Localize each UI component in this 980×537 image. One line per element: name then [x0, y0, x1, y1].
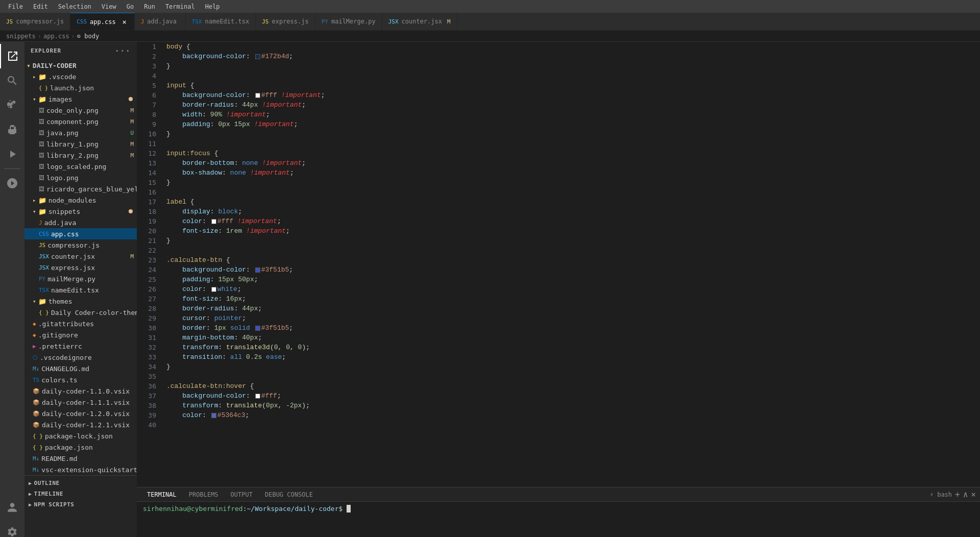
tree-themes-folder[interactable]: ▾ 📁 themes — [24, 296, 137, 307]
menu-view[interactable]: View — [97, 2, 120, 11]
activity-explorer-icon[interactable] — [0, 44, 24, 68]
tree-compressor-js[interactable]: JS compressor.js — [24, 239, 137, 251]
tree-vscodeignore[interactable]: ⬡ .vscodeignore — [24, 352, 137, 363]
menu-selection[interactable]: Selection — [54, 2, 95, 11]
tree-images-folder[interactable]: ▾ 📁 images — [24, 93, 137, 105]
menu-help[interactable]: Help — [201, 2, 224, 11]
jsx-file-icon: JSX — [39, 253, 49, 260]
activity-git-icon[interactable] — [0, 93, 24, 117]
tab-compressor[interactable]: JS compressor.js — [0, 13, 70, 30]
tree-mailmerge-py[interactable]: PY mailMerge.py — [24, 273, 137, 284]
vsix-file-icon: 📦 — [33, 388, 40, 395]
tree-add-java[interactable]: J add.java — [24, 217, 137, 228]
tree-package-lock-json[interactable]: { } package-lock.json — [24, 430, 137, 442]
sidebar: EXPLORER ··· ▾ DAILY-CODER ▸ 📁 .vscode {… — [24, 42, 137, 537]
activity-extensions-icon[interactable] — [0, 117, 24, 142]
tree-component-label: component.png — [46, 118, 99, 126]
tree-vsc-quickstart-md[interactable]: M↓ vsc-extension-quickstart.md — [24, 464, 137, 475]
tree-logo-label: logo.png — [46, 174, 79, 182]
menu-file[interactable]: File — [4, 2, 27, 11]
terminal-tab-problems[interactable]: PROBLEMS — [183, 487, 225, 502]
activity-run-icon[interactable] — [0, 142, 24, 166]
tree-package-json[interactable]: { } package.json — [24, 442, 137, 453]
terminal-minimize-button[interactable]: ∧ — [963, 490, 968, 499]
outline-section-header[interactable]: ▶ OUTLINE — [24, 478, 137, 489]
tree-daily-coder-121[interactable]: 📦 daily-coder-1.2.1.vsix — [24, 419, 137, 430]
tree-express-label: express.jsx — [51, 264, 95, 272]
code-content[interactable]: body { background-color: #172b4d; } inpu… — [162, 42, 980, 487]
breadcrumb-snippets[interactable]: snippets — [6, 33, 36, 40]
tree-daily-coder-120[interactable]: 📦 daily-coder-1.2.0.vsix — [24, 408, 137, 419]
terminal-close-button[interactable]: × — [971, 490, 976, 499]
timeline-section-header[interactable]: ▶ TIMELINE — [24, 489, 137, 499]
tree-launch-json[interactable]: { } launch.json — [24, 82, 137, 93]
tree-counter-jsx[interactable]: JSX counter.jsx M — [24, 251, 137, 262]
activity-remote-icon[interactable] — [0, 171, 24, 196]
tab-counter[interactable]: JSX counter.jsx M — [382, 13, 457, 30]
tree-changelog-md[interactable]: M↓ CHANGELOG.md — [24, 363, 137, 374]
terminal-tab-debug[interactable]: DEBUG CONSOLE — [259, 487, 319, 502]
tree-snippets-folder[interactable]: ▾ 📁 snippets — [24, 206, 137, 217]
code-only-badge: M — [130, 107, 134, 114]
tab-label-nameedit: nameEdit.tsx — [205, 18, 250, 25]
tree-root-daily-coder[interactable]: ▾ DAILY-CODER — [24, 60, 137, 71]
npm-scripts-section-header[interactable]: ▶ NPM SCRIPTS — [24, 499, 137, 510]
tree-colors-ts[interactable]: TS colors.ts — [24, 374, 137, 385]
tree-ricardo-png[interactable]: 🖼 ricardo_garces_blue_yellow_w... — [24, 183, 137, 194]
terminal-add-button[interactable]: + — [955, 490, 960, 499]
menu-go[interactable]: Go — [122, 2, 138, 11]
tab-mailmerge[interactable]: PY mailMerge.py — [315, 13, 382, 30]
menu-terminal[interactable]: Terminal — [161, 2, 199, 11]
tree-daily-coder-110[interactable]: 📦 daily-coder-1.1.0.vsix — [24, 385, 137, 397]
tree-daily-coder-111[interactable]: 📦 daily-coder-1.1.1.vsix — [24, 397, 137, 408]
tab-nameedit[interactable]: TSX nameEdit.tsx — [186, 13, 256, 30]
tree-compressor-label: compressor.js — [47, 241, 100, 249]
tree-library2-png[interactable]: 🖼 library_2.png M — [24, 150, 137, 161]
tab-close-appcss[interactable]: × — [121, 18, 128, 26]
tree-gitattributes[interactable]: ◆ .gitattributes — [24, 318, 137, 329]
tree-gitignore-label: .gitignore — [38, 331, 78, 339]
tree-readme-md[interactable]: M↓ README.md — [24, 453, 137, 464]
tree-code-only-png[interactable]: 🖼 code_only.png M — [24, 105, 137, 116]
tree-library1-png[interactable]: 🖼 library_1.png M — [24, 138, 137, 150]
activity-search-icon[interactable] — [0, 68, 24, 93]
tab-appcss[interactable]: CSS app.css × — [70, 13, 134, 30]
tree-component-png[interactable]: 🖼 component.png M — [24, 116, 137, 127]
tree-nameedit-label: nameEdit.tsx — [51, 286, 99, 294]
tsx-file-icon: TSX — [39, 287, 49, 294]
terminal-content[interactable]: sirhennihau@cyberminifred:~/Workspace/da… — [137, 502, 980, 516]
tree-vsc-quickstart-label: vsc-extension-quickstart.md — [41, 466, 137, 474]
tree-node-modules-folder[interactable]: ▸ 📁 node_modules — [24, 194, 137, 206]
tree-prettierrc[interactable]: ▶ .prettierrc — [24, 340, 137, 352]
tree-gitignore[interactable]: ◆ .gitignore — [24, 329, 137, 340]
css-file-icon: CSS — [39, 231, 49, 237]
menu-edit[interactable]: Edit — [29, 2, 52, 11]
tab-addjava[interactable]: J add.java — [135, 13, 186, 30]
breadcrumb-appcss[interactable]: app.css — [43, 33, 69, 40]
activity-bottom — [0, 495, 24, 537]
tab-express[interactable]: JS express.js — [256, 13, 315, 30]
vsix-file-icon2: 📦 — [33, 399, 40, 406]
tree-vscode-folder[interactable]: ▸ 📁 .vscode — [24, 71, 137, 82]
tree-daily-coder-theme[interactable]: { } Daily Coder-color-theme.json — [24, 307, 137, 318]
activity-settings-icon[interactable] — [0, 520, 24, 537]
tree-express-jsx[interactable]: JSX express.jsx — [24, 262, 137, 273]
terminal-tab-terminal[interactable]: TERMINAL — [141, 487, 183, 502]
terminal-tab-output[interactable]: OUTPUT — [225, 487, 259, 502]
js-file-icon: JS — [39, 242, 45, 249]
menu-run[interactable]: Run — [140, 2, 159, 11]
sidebar-more-button[interactable]: ··· — [114, 46, 131, 56]
tree-package-lock-label: package-lock.json — [45, 432, 113, 440]
activity-account-icon[interactable] — [0, 495, 24, 520]
png-icon3: 🖼 — [39, 130, 44, 136]
tree-java-png[interactable]: 🖼 java.png U — [24, 127, 137, 138]
vsix-file-icon3: 📦 — [33, 410, 40, 417]
tree-nameedit-tsx[interactable]: TSX nameEdit.tsx — [24, 284, 137, 296]
tree-logo-scaled-png[interactable]: 🖼 logo_scaled.png — [24, 161, 137, 172]
breadcrumb-body[interactable]: ⊙ body — [77, 33, 99, 40]
tree-logo-png[interactable]: 🖼 logo.png — [24, 172, 137, 183]
tree-app-css[interactable]: CSS app.css — [24, 228, 137, 239]
editor-content[interactable]: 1234 5678 9101112 13141516 17181920 2122… — [137, 42, 980, 487]
tree-themes-label: themes — [48, 298, 72, 305]
tree-library1-label: library_1.png — [46, 140, 99, 148]
